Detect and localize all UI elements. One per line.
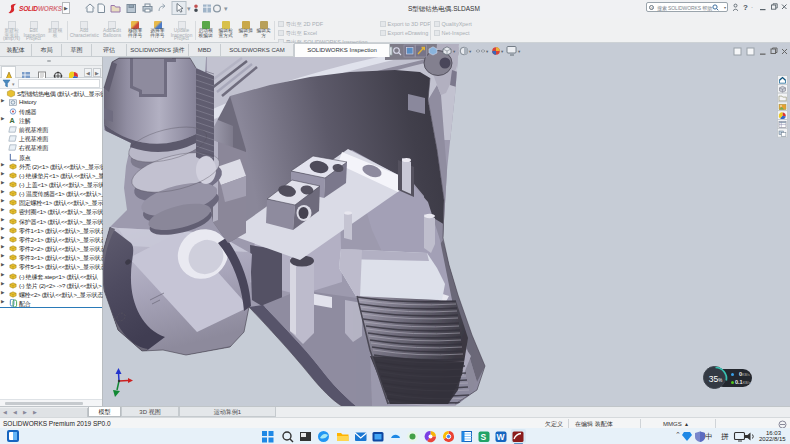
svg-text:▾: ▾: [453, 49, 456, 54]
svg-text:▾: ▾: [486, 49, 489, 54]
svg-text:▾: ▾: [501, 49, 504, 54]
svg-text:?: ?: [743, 3, 748, 12]
svg-text:·: ·: [751, 4, 753, 10]
svg-text:▾: ▾: [187, 5, 191, 12]
svg-text:▾: ▾: [224, 5, 228, 12]
svg-text:S: S: [481, 432, 487, 442]
svg-text:W: W: [497, 432, 506, 442]
svg-text:A: A: [9, 116, 14, 125]
svg-text:▾: ▾: [518, 49, 521, 54]
svg-text:▾: ▾: [469, 49, 472, 54]
